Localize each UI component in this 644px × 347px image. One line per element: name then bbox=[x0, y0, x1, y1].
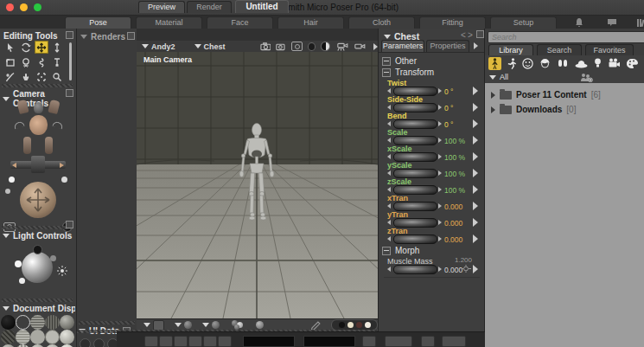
param-menu-button[interactable] bbox=[473, 185, 478, 194]
camera-dot-right[interactable] bbox=[61, 177, 67, 183]
category-expressions-icon[interactable] bbox=[522, 58, 533, 69]
library-books-icon[interactable] bbox=[636, 17, 644, 28]
select-camera-icon[interactable] bbox=[291, 42, 303, 51]
light-indicator-right[interactable] bbox=[50, 255, 56, 261]
depth-cue-toggle[interactable] bbox=[153, 320, 164, 331]
panel-separator[interactable] bbox=[79, 321, 135, 325]
element-style-cluster[interactable] bbox=[232, 320, 245, 330]
timeline-button[interactable] bbox=[203, 336, 217, 347]
display-style-silhouette[interactable] bbox=[1, 315, 16, 330]
sun-icon[interactable] bbox=[57, 266, 67, 276]
section-other[interactable]: Other bbox=[382, 56, 417, 66]
category-props-icon[interactable] bbox=[575, 59, 588, 68]
editing-tools-panel-menu-button[interactable] bbox=[66, 31, 73, 39]
category-lights-icon[interactable] bbox=[594, 58, 602, 69]
library-item-downloads[interactable]: Downloads [0] bbox=[485, 102, 644, 117]
ui-dot[interactable] bbox=[80, 338, 91, 347]
tab-material[interactable]: Material bbox=[136, 16, 202, 29]
tab-preview[interactable]: Preview bbox=[138, 1, 185, 13]
category-materials-icon[interactable] bbox=[627, 58, 639, 69]
display-style-outline[interactable] bbox=[16, 315, 30, 330]
section-transform[interactable]: Transform bbox=[382, 67, 434, 77]
select-tool[interactable] bbox=[3, 41, 17, 54]
tab-search[interactable]: Search bbox=[537, 44, 582, 55]
category-cameras-icon[interactable] bbox=[608, 58, 621, 69]
camera-dot-left[interactable] bbox=[9, 177, 15, 183]
param-menu-button[interactable] bbox=[473, 235, 478, 243]
param-menu-button[interactable] bbox=[473, 136, 478, 145]
left-hand-camera-icon[interactable] bbox=[16, 100, 29, 114]
display-style-smooth-shaded[interactable] bbox=[60, 330, 74, 344]
actor-menu[interactable]: Chest bbox=[204, 42, 226, 51]
parameter-tabs-more-button[interactable] bbox=[474, 42, 478, 49]
camera-name-label[interactable]: Main Camera bbox=[143, 55, 192, 64]
tab-library[interactable]: Library bbox=[488, 44, 533, 55]
timeline-button[interactable] bbox=[218, 336, 232, 347]
next-actor-button[interactable]: > bbox=[468, 30, 473, 40]
display-style-flat-lined[interactable] bbox=[16, 330, 30, 344]
panel-separator[interactable] bbox=[2, 84, 73, 87]
head-camera-icon[interactable] bbox=[34, 102, 43, 113]
param-menu-button[interactable] bbox=[473, 103, 478, 112]
editing-tools-scrollbar[interactable] bbox=[69, 42, 72, 80]
category-figures-icon[interactable] bbox=[488, 57, 501, 70]
timeline-button[interactable] bbox=[188, 336, 202, 347]
tab-setup[interactable]: Setup bbox=[490, 16, 557, 29]
light-indicator-bottom[interactable] bbox=[19, 278, 25, 284]
display-style-cartoon-line[interactable] bbox=[45, 330, 60, 344]
taper-tool[interactable] bbox=[50, 55, 64, 68]
flyaround-camera-icon[interactable] bbox=[354, 42, 367, 52]
morph-dial-icon[interactable] bbox=[462, 265, 471, 273]
param-menu-button[interactable] bbox=[473, 265, 478, 273]
fly-around-left-icon[interactable] bbox=[13, 120, 25, 130]
library-item-poser-11-content[interactable]: Poser 11 Content [6] bbox=[485, 87, 644, 102]
dark-sphere-icon[interactable] bbox=[308, 42, 316, 51]
timeline-button[interactable] bbox=[421, 336, 435, 347]
timeline-button[interactable] bbox=[362, 336, 376, 347]
frame-counter-field[interactable] bbox=[243, 336, 295, 347]
tab-fitting[interactable]: Fitting bbox=[419, 16, 486, 29]
camera-icon[interactable] bbox=[260, 42, 271, 51]
chain-break-tool[interactable] bbox=[35, 55, 48, 68]
morph-brush-tool[interactable] bbox=[3, 70, 17, 83]
add-figure-icon[interactable] bbox=[579, 72, 593, 82]
tab-face[interactable]: Face bbox=[207, 16, 273, 29]
grouping-tool[interactable] bbox=[35, 70, 48, 83]
animating-camera-icon[interactable] bbox=[336, 42, 349, 52]
muscle-mass-dial[interactable] bbox=[393, 265, 437, 274]
tab-pose[interactable]: Pose bbox=[65, 16, 131, 29]
expand-icon[interactable] bbox=[491, 92, 495, 99]
parameters-panel-menu-button[interactable] bbox=[476, 30, 484, 38]
translate-in-out-tool[interactable] bbox=[50, 41, 64, 54]
timeline-button[interactable] bbox=[144, 336, 158, 347]
timeline-button[interactable] bbox=[385, 336, 412, 347]
filter-all-label[interactable]: All bbox=[500, 73, 508, 81]
light-indicator-top[interactable] bbox=[33, 245, 42, 254]
shadow-style-button[interactable] bbox=[184, 321, 192, 329]
display-style-cartoon[interactable] bbox=[30, 330, 45, 344]
category-poses-icon[interactable] bbox=[507, 58, 516, 69]
twist-tool[interactable] bbox=[19, 55, 33, 68]
tab-properties[interactable]: Properties bbox=[426, 40, 469, 52]
tab-cloth[interactable]: Cloth bbox=[348, 16, 415, 29]
display-style-flat-shaded[interactable] bbox=[1, 330, 16, 344]
panel-separator[interactable] bbox=[2, 226, 73, 229]
camera-plane-control[interactable] bbox=[10, 156, 66, 173]
fly-around-right-icon[interactable] bbox=[52, 120, 64, 130]
pencil-icon[interactable] bbox=[310, 320, 322, 330]
param-menu-button[interactable] bbox=[473, 119, 478, 128]
view-magnifier-tool[interactable] bbox=[50, 70, 64, 83]
section-morph[interactable]: Morph bbox=[382, 246, 419, 255]
ground-color-swatch[interactable] bbox=[365, 322, 371, 328]
display-style-wireframe[interactable] bbox=[30, 315, 45, 330]
camera-bracket-icon[interactable] bbox=[275, 42, 286, 51]
single-style-button[interactable] bbox=[256, 321, 264, 329]
renders-panel-title[interactable]: Renders bbox=[80, 32, 125, 42]
param-menu-button[interactable] bbox=[473, 169, 478, 177]
camera-trackball[interactable] bbox=[20, 182, 56, 218]
right-hand-icon[interactable] bbox=[45, 137, 53, 154]
param-menu-button[interactable] bbox=[473, 218, 478, 227]
document-tab[interactable]: Untitled bbox=[235, 0, 289, 13]
light-controls-title[interactable]: Light Controls bbox=[3, 231, 72, 241]
left-hand-icon[interactable] bbox=[23, 137, 31, 154]
